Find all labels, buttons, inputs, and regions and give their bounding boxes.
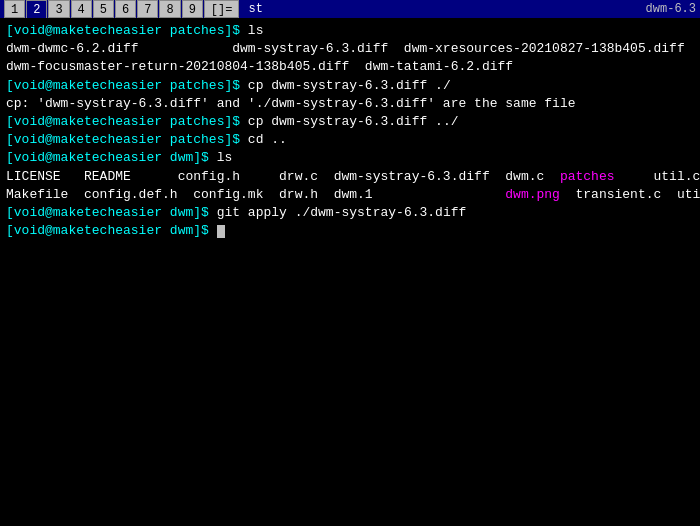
tab-5[interactable]: 5 (93, 0, 114, 18)
tab-8[interactable]: 8 (159, 0, 180, 18)
tab-1[interactable]: 1 (4, 0, 25, 18)
terminal-line-9: [void@maketecheasier dwm]$ git apply ./d… (6, 204, 694, 222)
title-bar: 1 2 3 4 5 6 7 8 9 []= st dwm-6.3 (0, 0, 700, 18)
tab-9[interactable]: 9 (182, 0, 203, 18)
window-label: dwm-6.3 (646, 2, 696, 16)
tab-4[interactable]: 4 (71, 0, 92, 18)
terminal-line-ls2: Makefile config.def.h config.mk drw.h dw… (6, 186, 694, 204)
tab-7[interactable]: 7 (137, 0, 158, 18)
tab-3[interactable]: 3 (48, 0, 69, 18)
terminal-body[interactable]: [void@maketecheasier patches]$ ls dwm-dw… (0, 18, 700, 526)
terminal-window: 1 2 3 4 5 6 7 8 9 []= st dwm-6.3 [void@m… (0, 0, 700, 526)
terminal-line-4: [void@maketecheasier patches]$ cp dwm-sy… (6, 77, 694, 95)
tab-layout[interactable]: []= (204, 0, 240, 18)
terminal-line-6: [void@maketecheasier patches]$ cp dwm-sy… (6, 113, 694, 131)
terminal-line-1: [void@maketecheasier patches]$ ls (6, 22, 694, 40)
wm-title: st (248, 2, 262, 16)
terminal-line-10: [void@maketecheasier dwm]$ (6, 222, 694, 240)
terminal-cursor (217, 225, 225, 238)
terminal-line-ls1: LICENSE README config.h drw.c dwm-systra… (6, 168, 694, 186)
terminal-line-7: [void@maketecheasier patches]$ cd .. (6, 131, 694, 149)
terminal-line-3: dwm-focusmaster-return-20210804-138b405.… (6, 58, 694, 76)
tab-2[interactable]: 2 (26, 0, 47, 18)
tab-6[interactable]: 6 (115, 0, 136, 18)
terminal-line-2: dwm-dwmc-6.2.diff dwm-systray-6.3.diff d… (6, 40, 694, 58)
terminal-line-5: cp: 'dwm-systray-6.3.diff' and './dwm-sy… (6, 95, 694, 113)
terminal-line-8: [void@maketecheasier dwm]$ ls (6, 149, 694, 167)
